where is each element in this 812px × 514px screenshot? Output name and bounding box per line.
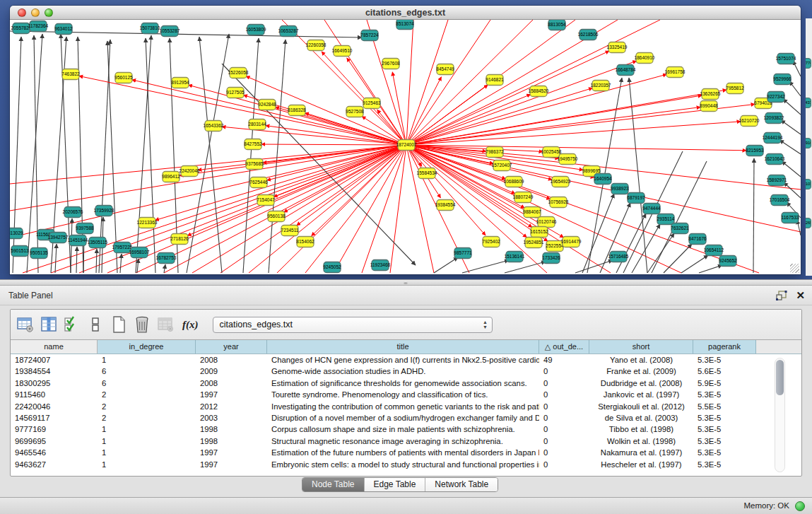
citation-edge-red[interactable]: [192, 145, 406, 273]
network-node[interactable]: 19654923: [551, 177, 571, 187]
citation-edge-black[interactable]: [505, 262, 546, 273]
network-node[interactable]: 11451944: [68, 235, 88, 246]
network-node[interactable]: 2718126: [170, 234, 189, 245]
canvas-resize-grip[interactable]: [790, 264, 799, 273]
network-node[interactable]: 10688609: [504, 177, 524, 187]
network-node[interactable]: 9313029: [10, 228, 23, 239]
network-node[interactable]: 9125463: [363, 98, 381, 109]
network-node[interactable]: 13942757: [48, 233, 69, 243]
float-panel-icon[interactable]: [776, 291, 787, 300]
network-node[interactable]: 8513074: [396, 20, 414, 30]
network-node[interactable]: 9529966: [773, 74, 792, 85]
network-node[interactable]: 7986372: [486, 147, 504, 158]
column-header-short[interactable]: short: [589, 340, 693, 354]
citation-edge-black[interactable]: [783, 99, 801, 115]
network-node[interactable]: 9227342: [767, 92, 785, 103]
network-window-titlebar[interactable]: citations_edges.txt: [10, 6, 801, 20]
citation-edge-black[interactable]: [55, 244, 57, 273]
column-header-title[interactable]: title: [267, 340, 539, 354]
citation-edge-black[interactable]: [164, 264, 165, 273]
network-node[interactable]: 9245652: [719, 256, 737, 267]
citation-edge-red[interactable]: [406, 88, 593, 145]
citation-edge-red[interactable]: [406, 20, 660, 145]
network-node[interactable]: 8454749: [436, 64, 454, 75]
network-node[interactable]: 10120746: [536, 217, 557, 228]
citation-edge-black[interactable]: [269, 40, 286, 273]
import-table-icon[interactable]: [156, 315, 175, 334]
network-node[interactable]: 12260358: [306, 40, 326, 51]
citation-edge-red[interactable]: [10, 145, 406, 238]
network-node[interactable]: 7234511: [281, 226, 299, 236]
network-node[interactable]: 9242848: [258, 100, 276, 110]
network-node[interactable]: 7925402: [482, 237, 500, 247]
table-row[interactable]: 946362711997Embryonic stem cells: a mode…: [11, 459, 801, 470]
citation-edge-black[interactable]: [76, 247, 77, 273]
tab-edge-table[interactable]: Edge Table: [365, 478, 426, 491]
citation-edge-black[interactable]: [434, 257, 458, 273]
network-node[interactable]: 18220357: [591, 81, 611, 91]
table-row[interactable]: 911546021997Tourette syndrome. Phenomeno…: [11, 389, 801, 400]
network-node[interactable]: 9146821: [486, 75, 504, 86]
network-node[interactable]: 16210720: [739, 116, 760, 127]
network-node[interactable]: 15716485: [608, 252, 629, 262]
network-node[interactable]: 7955812: [726, 83, 744, 94]
network-node[interactable]: 17016504: [770, 195, 790, 206]
network-node[interactable]: 7154047: [257, 195, 275, 206]
network-node[interactable]: 10553287: [160, 26, 180, 37]
network-node[interactable]: 2967608: [382, 59, 400, 69]
network-node[interactable]: 15584534: [417, 168, 437, 179]
column-header-year[interactable]: year: [196, 340, 267, 354]
citation-edge-black[interactable]: [781, 120, 801, 134]
citation-edge-black[interactable]: [681, 255, 708, 273]
column-header-in_degree[interactable]: in_degree: [98, 340, 196, 354]
panel-splitter[interactable]: [0, 279, 812, 286]
citation-edge-red[interactable]: [136, 145, 406, 273]
network-node[interactable]: 11782364: [28, 21, 49, 32]
row-options-icon[interactable]: [86, 315, 105, 334]
function-builder-icon[interactable]: f(x): [182, 319, 199, 331]
network-node[interactable]: 8186328: [288, 105, 306, 116]
citation-edge-black[interactable]: [699, 265, 722, 273]
network-node[interactable]: 17359928: [94, 206, 114, 216]
network-node[interactable]: 12213363: [137, 218, 158, 228]
network-node[interactable]: 7632621: [671, 223, 689, 234]
scrollbar-thumb[interactable]: [776, 360, 784, 395]
network-node[interactable]: 7625446: [249, 177, 268, 188]
network-node[interactable]: 15884520: [529, 86, 549, 97]
select-columns-icon[interactable]: [63, 315, 81, 334]
network-node[interactable]: 9127505: [226, 88, 245, 98]
network-node[interactable]: 5901513: [11, 246, 29, 257]
network-node[interactable]: 16218506: [578, 30, 599, 40]
network-node[interactable]: 15226058: [228, 68, 249, 78]
network-node[interactable]: 8471676: [688, 234, 707, 245]
network-node[interactable]: 16958107: [129, 247, 150, 258]
citation-edge-black[interactable]: [753, 158, 754, 273]
network-node[interactable]: 1733426: [542, 253, 560, 264]
network-node[interactable]: 9474444: [642, 204, 661, 214]
network-node[interactable]: 7857224: [360, 30, 379, 41]
tab-node-table[interactable]: Node Table: [302, 478, 365, 491]
network-node[interactable]: 7463822: [61, 69, 80, 80]
network-node[interactable]: 20206576: [63, 207, 83, 218]
table-row[interactable]: 1872400712008Changes of HCN gene express…: [11, 354, 801, 366]
network-node[interactable]: 19495750: [558, 154, 578, 165]
table-row[interactable]: 1938455462009Genome-wide association stu…: [11, 366, 801, 377]
column-header-pagerank[interactable]: pagerank: [693, 340, 756, 354]
citation-edge-red[interactable]: [180, 145, 406, 175]
network-node[interactable]: 15720407: [492, 160, 512, 171]
network-node[interactable]: 15892971: [767, 175, 787, 186]
citation-edge-black[interactable]: [146, 38, 155, 273]
network-node[interactable]: 13325419: [607, 42, 628, 53]
close-panel-icon[interactable]: ✕: [796, 286, 805, 305]
network-node[interactable]: 1640954: [594, 174, 612, 185]
network-node[interactable]: 9245052: [323, 262, 341, 273]
network-node[interactable]: 8154062: [296, 237, 314, 247]
network-node[interactable]: 18807249: [513, 192, 534, 203]
network-node[interactable]: 16053809: [246, 25, 266, 35]
table-selector-dropdown[interactable]: citations_edges.txt ▲▼: [213, 317, 493, 333]
table-row[interactable]: 2242004622012Investigating the contribut…: [11, 401, 801, 412]
network-view-canvas[interactable]: 1872400774638229560125891295415226058912…: [10, 20, 801, 274]
minimize-window-icon[interactable]: [31, 8, 40, 17]
network-node[interactable]: 16914479: [561, 237, 582, 247]
network-node[interactable]: 8427552: [244, 139, 262, 150]
